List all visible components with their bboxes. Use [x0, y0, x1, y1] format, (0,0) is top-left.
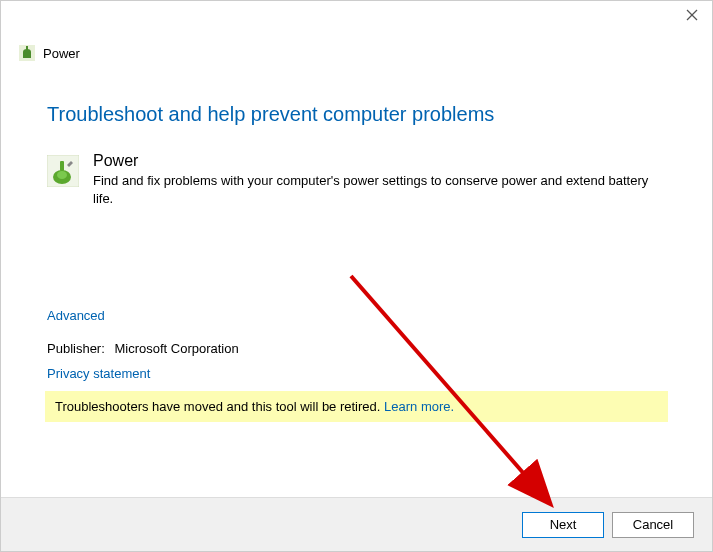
power-icon: [47, 155, 79, 187]
publisher-line: Publisher: Microsoft Corporation: [47, 341, 666, 356]
main-heading: Troubleshoot and help prevent computer p…: [47, 103, 666, 126]
titlebar: [1, 1, 712, 41]
troubleshooter-description: Find and fix problems with your computer…: [93, 172, 666, 208]
advanced-link[interactable]: Advanced: [47, 308, 105, 323]
close-icon: [686, 9, 698, 21]
dialog-title: Power: [43, 46, 80, 61]
dialog-footer: Next Cancel: [1, 497, 712, 551]
publisher-label: Publisher:: [47, 341, 105, 356]
troubleshooter-item: Power Find and fix problems with your co…: [47, 152, 666, 208]
power-icon-small: [19, 45, 35, 61]
publisher-value: Microsoft Corporation: [114, 341, 238, 356]
next-button[interactable]: Next: [522, 512, 604, 538]
privacy-link[interactable]: Privacy statement: [47, 366, 150, 381]
close-button[interactable]: [684, 7, 700, 23]
troubleshooter-title: Power: [93, 152, 666, 170]
retirement-notice: Troubleshooters have moved and this tool…: [45, 391, 668, 422]
dialog-content: Troubleshoot and help prevent computer p…: [1, 61, 712, 422]
svg-rect-3: [26, 46, 28, 50]
cancel-button[interactable]: Cancel: [612, 512, 694, 538]
notice-text: Troubleshooters have moved and this tool…: [55, 399, 384, 414]
troubleshooter-text: Power Find and fix problems with your co…: [93, 152, 666, 208]
dialog-header: Power: [1, 39, 712, 61]
svg-point-7: [57, 171, 67, 179]
learn-more-link[interactable]: Learn more.: [384, 399, 454, 414]
svg-rect-6: [60, 161, 64, 171]
